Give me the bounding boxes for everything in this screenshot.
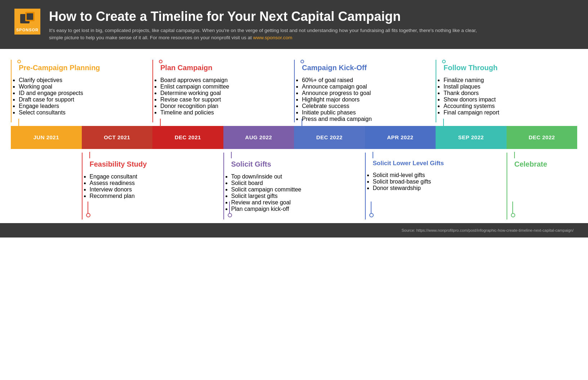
empty-col1 [11,153,82,220]
dot-follow-through [442,60,446,63]
connector-solicit-top [231,152,232,158]
phase-feasibility-list: Engage consultant Assess readiness Inter… [90,173,220,199]
date-dec2022-2: DEC 2022 [507,126,578,149]
timeline-wrapper: Pre-Campaign Planning Clarify objectives… [11,60,577,220]
connector-kickoff [302,119,302,127]
phase-plan-campaign: Plan Campaign Board approves campaign En… [152,60,294,122]
phase-celebrate: Celebrate [507,153,578,220]
phase-solicit-lower-title: Solicit Lower Level Gifts [373,160,503,167]
connector-pre-campaign [18,119,19,127]
dot-feasibility-bottom [86,213,90,217]
phase-solicit-lower-list: Solicit mid-level gifts Solicit broad-ba… [373,172,503,191]
timeline-bar: JUN 2021 OCT 2021 DEC 2021 AUG 2022 DEC … [11,126,577,149]
dot-pre-campaign [17,60,21,63]
logo-icon [19,11,35,27]
dot-solicit-bottom [228,213,232,217]
header-link[interactable]: www.sponsor.com [253,35,293,40]
logo: SPONSOR [14,9,40,35]
phase-kickoff-title: Campaign Kick-Off [302,63,428,72]
phase-follow-through-list: Finalize naming Install plaques Thank do… [444,77,570,116]
phase-celebrate-title: Celebrate [514,160,574,168]
phase-feasibility-title: Feasibility Study [90,160,220,168]
phase-pre-campaign: Pre-Campaign Planning Clarify objectives… [11,60,152,122]
phase-solicit-gifts: Solicit Gifts Top down/inside out Solici… [223,153,365,220]
dot-plan-campaign [159,60,162,63]
connector-plan-campaign [160,119,161,127]
logo-text: SPONSOR [16,28,39,32]
phase-kickoff: Campaign Kick-Off 60%+ of goal raised An… [294,60,436,122]
date-aug2022: AUG 2022 [223,126,294,149]
dot-kickoff [300,60,304,63]
header-text: How to Create a Timeline for Your Next C… [49,9,481,42]
phase-plan-campaign-list: Board approves campaign Enlist campaign … [160,77,287,116]
date-apr2022: APR 2022 [365,126,436,149]
date-jun2021: JUN 2021 [11,126,82,149]
connector-feasibility-top [89,152,90,158]
phase-solicit-gifts-list: Top down/inside out Solicit board Solici… [231,173,361,212]
dot-celebrate-bottom [511,213,515,217]
main-title: How to Create a Timeline for Your Next C… [49,9,481,24]
footer: Source: https://www.nonprofitpro.com/pos… [0,223,588,238]
date-oct2021: OCT 2021 [82,126,153,149]
dot-lower-bottom [369,213,374,217]
phase-feasibility: Feasibility Study Engage consultant Asse… [82,153,223,220]
phase-follow-through-title: Follow Through [444,63,570,72]
phase-kickoff-list: 60%+ of goal raised Announce campaign go… [302,77,428,122]
phase-follow-through: Follow Through Finalize naming Install p… [436,60,577,122]
connector-celebrate-top [514,152,515,158]
svg-rect-2 [27,13,33,20]
phase-plan-campaign-title: Plan Campaign [160,63,287,72]
footer-source: Source: https://www.nonprofitpro.com/pos… [14,228,574,232]
connector-follow-through [443,119,444,127]
connector-lower-top [373,152,373,158]
header: SPONSOR How to Create a Timeline for You… [0,0,588,49]
phase-pre-campaign-title: Pre-Campaign Planning [19,63,145,72]
date-dec2021: DEC 2021 [152,126,223,149]
date-sep2022: SEP 2022 [436,126,507,149]
phase-solicit-gifts-title: Solicit Gifts [231,160,361,168]
phase-pre-campaign-list: Clarify objectives Working goal ID and e… [19,77,145,116]
phase-solicit-lower: Solicit Lower Level Gifts Solicit mid-le… [365,153,507,220]
header-description: It's easy to get lost in big, complicate… [49,27,481,42]
date-dec2022-1: DEC 2022 [294,126,365,149]
main-content: Pre-Campaign Planning Clarify objectives… [0,49,588,220]
